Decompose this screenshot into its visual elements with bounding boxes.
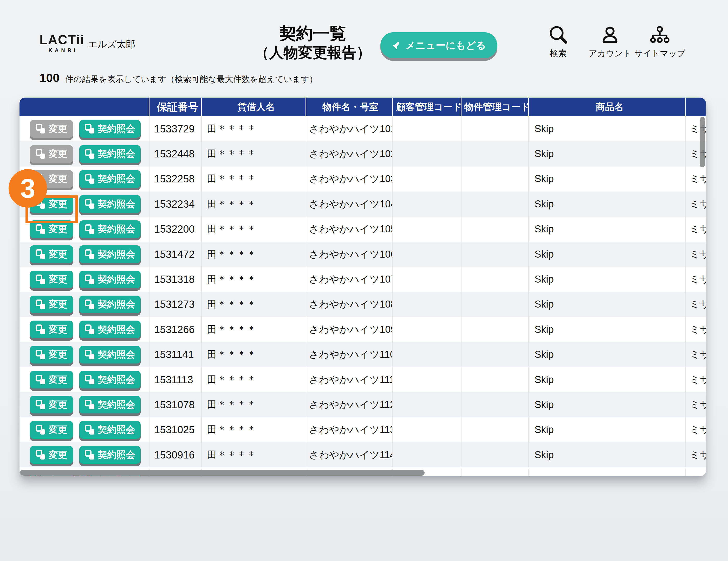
change-button-label: 変更 (49, 172, 67, 185)
tenant-name-cell: 田＊＊＊＊ (202, 417, 306, 442)
inquiry-button-label: 契約照会 (98, 423, 135, 436)
contract-inquiry-button[interactable]: 契約照会 (79, 446, 141, 464)
table-row: 変更 契約照会 1533729 田＊＊＊＊ さわやかハイツ101 Skip ミサ (19, 116, 706, 141)
customer-code-cell (393, 191, 461, 216)
header-property-name: 物件名・号室 (306, 98, 393, 116)
header-property-code: 物件管理コード (461, 98, 529, 116)
change-button-label: 変更 (49, 147, 67, 160)
row-actions-cell: 変更 契約照会 (19, 242, 149, 267)
change-button[interactable]: 変更 (30, 346, 73, 364)
tenant-name-cell: 田＊＊＊＊ (202, 367, 306, 392)
contract-inquiry-button[interactable]: 契約照会 (79, 170, 141, 188)
change-button[interactable]: 変更 (30, 145, 73, 163)
table-row: 変更 契約照会 1531025 田＊＊＊＊ さわやかハイツ113 Skip ミサ (19, 417, 706, 442)
contract-inquiry-button[interactable]: 契約照会 (79, 145, 141, 163)
header-tenant-name: 賃借人名 (202, 98, 306, 116)
change-button[interactable]: 変更 (30, 371, 73, 389)
table-row: 変更 契約照会 1532234 田＊＊＊＊ さわやかハイツ104 Skip ミサ (19, 191, 706, 216)
property-code-cell (461, 267, 529, 292)
page-title: 契約一覧 （人物変更報告） (235, 23, 391, 62)
property-code-cell (461, 442, 529, 467)
property-name-cell: さわやかハイツ109 (306, 317, 393, 342)
property-code-cell (461, 469, 529, 476)
change-button-label: 変更 (49, 223, 67, 235)
nav-item-account[interactable]: アカウント (589, 25, 631, 59)
customer-code-cell (393, 367, 461, 392)
property-code-cell (461, 141, 529, 166)
product-name-cell: Skip (529, 116, 686, 141)
customer-code-cell (393, 116, 461, 141)
product-name-cell: Skip (529, 292, 686, 317)
nav-item-sitemap[interactable]: サイトマップ (634, 25, 686, 59)
change-button[interactable]: 変更 (30, 296, 73, 313)
change-button[interactable]: 変更 (30, 120, 73, 138)
contract-inquiry-button[interactable]: 契約照会 (79, 346, 141, 364)
horizontal-scrollbar-thumb[interactable] (20, 470, 425, 476)
product-name-cell (529, 469, 686, 476)
customer-code-cell (393, 141, 461, 166)
contract-inquiry-button[interactable]: 契約照会 (79, 321, 141, 338)
property-name-cell: さわやかハイツ113 (306, 417, 393, 442)
product-extra-cell: ミサ (686, 367, 706, 392)
guarantee-no-cell: 1531472 (149, 242, 202, 267)
property-name-cell: さわやかハイツ101 (306, 116, 393, 141)
row-actions-cell: 変更 契約照会 (19, 292, 149, 317)
change-button[interactable]: 変更 (30, 421, 73, 439)
product-extra-cell: ミサ (686, 292, 706, 317)
app-logo[interactable]: LACTii KANRI (40, 33, 84, 53)
tenant-name-cell: 田＊＊＊＊ (202, 442, 306, 467)
contract-inquiry-button[interactable]: 契約照会 (79, 220, 141, 238)
customer-code-cell (393, 417, 461, 442)
change-button-label: 変更 (49, 398, 67, 411)
copy-icon (36, 350, 45, 360)
contract-inquiry-button[interactable]: 契約照会 (79, 421, 141, 439)
nav-item-search[interactable]: 検索 (548, 25, 568, 59)
copy-icon (36, 425, 45, 435)
guarantee-no-cell: 1531113 (149, 367, 202, 392)
customer-code-cell (393, 242, 461, 267)
change-button[interactable]: 変更 (30, 220, 73, 238)
change-button[interactable]: 変更 (30, 446, 73, 464)
inquiry-button-label: 契約照会 (98, 248, 135, 261)
copy-icon (85, 224, 95, 234)
guarantee-no-cell: 1531141 (149, 342, 202, 367)
product-name-cell: Skip (529, 367, 686, 392)
contract-inquiry-button[interactable]: 契約照会 (79, 270, 141, 288)
inquiry-button-label: 契約照会 (98, 374, 135, 386)
logo-sub-text: KANRI (40, 47, 84, 53)
account-icon (600, 25, 620, 45)
table-row: 変更 契約照会 1532200 田＊＊＊＊ さわやかハイツ105 Skip ミサ (19, 217, 706, 242)
back-to-menu-button[interactable]: メニューにもどる (380, 32, 497, 58)
contract-inquiry-button[interactable]: 契約照会 (79, 195, 141, 213)
property-code-cell (461, 191, 529, 216)
property-name-cell: さわやかハイツ108 (306, 292, 393, 317)
product-extra-cell: ミサ (686, 166, 706, 191)
product-extra-cell: ミサ (686, 317, 706, 342)
nav-label-account: アカウント (589, 48, 631, 59)
contract-inquiry-button[interactable]: 契約照会 (79, 120, 141, 138)
product-name-cell: Skip (529, 242, 686, 267)
change-button[interactable]: 変更 (30, 396, 73, 414)
property-name-cell: さわやかハイツ104 (306, 191, 393, 216)
user-name: エルズ太郎 (88, 38, 135, 51)
copy-icon (36, 124, 45, 134)
vertical-scrollbar-thumb[interactable] (700, 117, 705, 167)
property-name-cell: さわやかハイツ112 (306, 392, 393, 417)
contract-inquiry-button[interactable]: 契約照会 (79, 245, 141, 263)
inquiry-button-label: 契約照会 (98, 198, 135, 210)
contract-inquiry-button[interactable]: 契約照会 (79, 396, 141, 414)
contract-inquiry-button[interactable]: 契約照会 (79, 296, 141, 313)
result-message: 件の結果を表示しています（検索可能な最大件数を超えています） (65, 74, 318, 85)
header-product-name: 商品名 (529, 98, 686, 116)
page-title-line1: 契約一覧 (235, 23, 391, 43)
customer-code-cell (393, 292, 461, 317)
product-name-cell: Skip (529, 317, 686, 342)
tenant-name-cell: 田＊＊＊＊ (202, 166, 306, 191)
change-button-label: 変更 (49, 248, 67, 261)
row-actions-cell: 変更 契約照会 (19, 317, 149, 342)
change-button[interactable]: 変更 (30, 321, 73, 338)
change-button[interactable]: 変更 (30, 270, 73, 288)
logo-main-text: LACTii (40, 33, 84, 46)
contract-inquiry-button[interactable]: 契約照会 (79, 371, 141, 389)
change-button[interactable]: 変更 (30, 245, 73, 263)
